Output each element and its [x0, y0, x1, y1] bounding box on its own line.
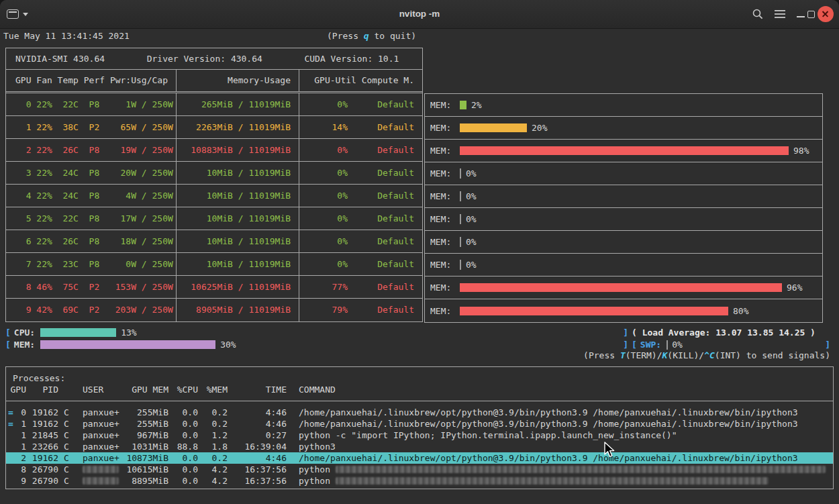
- gpu-info: 6 22% 26C P8 18W / 250W: [6, 230, 177, 252]
- process-command: python3: [299, 441, 833, 452]
- hamburger-icon: [775, 9, 785, 19]
- search-icon: [752, 8, 764, 20]
- mem-bar-fill: [460, 283, 782, 292]
- process-row[interactable]: 926790C8895MiB0.04.216:37:56python: [6, 475, 833, 487]
- process-pid: 21845: [26, 430, 58, 441]
- gpu-memory-usage: 10MiB / 11019MiB: [177, 253, 299, 275]
- minimize-button[interactable]: [797, 5, 805, 23]
- gpu-util: 79%: [299, 299, 348, 321]
- process-type: C: [58, 475, 75, 487]
- gpu-table-row: 1 22% 38C P2 65W / 250W2263MiB / 11019Mi…: [6, 116, 422, 139]
- cpu-meter-label: CPU:: [14, 327, 35, 338]
- redacted-user: [83, 466, 119, 473]
- process-gpu-mem: 255MiB: [126, 418, 168, 430]
- mem-bar-fill: [460, 146, 789, 155]
- smi-table-header: GPU Fan Temp Perf Pwr:Usg/Cap Memory-Usa…: [6, 70, 422, 93]
- process-gpu: 1: [6, 441, 26, 452]
- process-command: /home/panxuehai/.linuxbrew/opt/python@3.…: [299, 418, 833, 430]
- swap-pct: 0%: [672, 339, 683, 350]
- process-cpu-pct: 0.0: [168, 418, 198, 430]
- mem-bar-fill: [460, 307, 728, 315]
- mem-bar-pct: 98%: [793, 145, 809, 156]
- mem-bar-pct: 0%: [466, 213, 477, 225]
- menu-button[interactable]: [775, 5, 785, 23]
- gpu-table-row: 5 22% 22C P8 17W / 250W10MiB / 11019MiB0…: [6, 207, 422, 230]
- swap-meter-label: SWP:: [640, 339, 661, 350]
- process-mem-pct: 1.8: [198, 441, 228, 452]
- process-user: panxue+: [75, 418, 126, 430]
- mem-bar-fill: [40, 340, 215, 349]
- header-separator: [6, 395, 833, 407]
- mouse-cursor: [604, 442, 616, 459]
- header-user: USER: [75, 384, 126, 395]
- cpu-meter: [ CPU: 13% ]: [5, 327, 628, 338]
- processes-panel: Processes: GPU PID USER GPU MEM %CPU %ME…: [5, 366, 834, 489]
- process-type: C: [58, 464, 75, 475]
- mem-bar-pct: 2%: [471, 99, 482, 111]
- mem-bar-pct: 0%: [466, 168, 477, 179]
- gpu-table-row: 2 22% 26C P8 19W / 250W10883MiB / 11019M…: [6, 139, 422, 162]
- process-row[interactable]: 123266Cpanxue+1031MiB88.81.816:39:04pyth…: [6, 441, 833, 452]
- process-row[interactable]: 121845Cpanxue+967MiB0.01.20:27python -c …: [6, 430, 833, 441]
- gpu-compute-mode: Default: [348, 230, 422, 252]
- process-gpu-mem: 1031MiB: [126, 441, 168, 452]
- process-row[interactable]: =019162Cpanxue+255MiB0.00.24:46/home/pan…: [6, 407, 833, 418]
- gpu-compute-mode: Default: [348, 253, 422, 275]
- load-average-text: ( Load Average: 13.07 13.85 14.25 ): [632, 327, 816, 338]
- gpu-info: 9 42% 69C P2 203W / 250W: [6, 299, 177, 321]
- gpu-table-row: 9 42% 69C P2 203W / 250W8905MiB / 11019M…: [6, 299, 422, 321]
- mem-bar-label: MEM:: [430, 259, 454, 270]
- process-cpu-pct: 88.8: [168, 441, 198, 452]
- gpu-memory-usage: 10883MiB / 11019MiB: [177, 139, 299, 161]
- process-gpu: 2: [6, 452, 26, 464]
- process-user: panxue+: [75, 407, 126, 418]
- gpu-compute-mode: Default: [348, 185, 422, 207]
- process-type: C: [58, 407, 75, 418]
- gpu-mem-bar-row: MEM:80%: [425, 299, 822, 322]
- header-pid: PID: [26, 384, 58, 395]
- process-mem-pct: 0.2: [198, 418, 228, 430]
- process-row[interactable]: 219162Cpanxue+10873MiB0.00.24:46/home/pa…: [6, 452, 833, 464]
- gpu-memory-usage: 10MiB / 11019MiB: [177, 162, 299, 184]
- gpu-info: 4 22% 24C P8 4W / 250W: [6, 185, 177, 207]
- cpu-bar-fill: [40, 328, 116, 337]
- process-command: python -c "import IPython; IPython.termi…: [299, 430, 833, 441]
- process-type: C: [58, 430, 75, 441]
- gpu-memory-usage: 10MiB / 11019MiB: [177, 207, 299, 230]
- gpu-info: 5 22% 22C P8 17W / 250W: [6, 207, 177, 230]
- process-row[interactable]: 826790C10615MiB0.04.216:37:56python: [6, 464, 833, 475]
- gpu-info: 3 22% 24C P8 20W / 250W: [6, 162, 177, 184]
- swap-bar-zero: [667, 340, 668, 350]
- process-gpu: 1: [6, 430, 26, 441]
- mem-bar-pct: 20%: [532, 122, 547, 134]
- header-gpu-mem: GPU MEM: [126, 384, 168, 395]
- restore-button[interactable]: [807, 5, 815, 23]
- process-user: panxue+: [75, 441, 126, 452]
- process-mem-pct: 4.2: [198, 475, 228, 487]
- signals-hint: (Press T(TERM)/K(KILL)/^C(INT) to send s…: [583, 350, 830, 361]
- process-gpu: 8: [6, 464, 26, 475]
- gpu-compute-mode: Default: [348, 207, 422, 230]
- process-time: 16:37:56: [228, 464, 287, 475]
- search-button[interactable]: [752, 5, 764, 23]
- gpu-util: 0%: [299, 230, 348, 252]
- header-mem: %MEM: [198, 384, 228, 395]
- gpu-mem-bar-row: MEM:0%: [425, 162, 822, 185]
- mem-meter: [ MEM: 30% ]: [5, 339, 628, 350]
- gpu-compute-mode: Default: [348, 139, 422, 161]
- process-type: C: [58, 441, 75, 452]
- mem-bar-pct: 96%: [787, 282, 802, 293]
- process-mem-pct: 0.2: [198, 452, 228, 464]
- smi-banner: NVIDIA-SMI 430.64 Driver Version: 430.64…: [6, 48, 422, 70]
- redacted-command: [336, 466, 826, 473]
- header-gpu: GPU: [6, 384, 26, 395]
- process-row[interactable]: =119162Cpanxue+255MiB0.00.24:46/home/pan…: [6, 418, 833, 430]
- close-button[interactable]: [818, 6, 834, 22]
- gpu-table-row: 7 22% 23C P8 0W / 250W10MiB / 11019MiB0%…: [6, 253, 422, 276]
- gpu-mem-bar-row: MEM:98%: [425, 140, 822, 162]
- redacted-user: [83, 477, 119, 485]
- titlebar: nvitop -m: [0, 0, 839, 29]
- nvidia-smi-table: NVIDIA-SMI 430.64 Driver Version: 430.64…: [5, 48, 423, 322]
- mem-bar-pct: 0%: [466, 236, 477, 248]
- gpu-mem-bar-row: MEM:0%: [425, 254, 822, 276]
